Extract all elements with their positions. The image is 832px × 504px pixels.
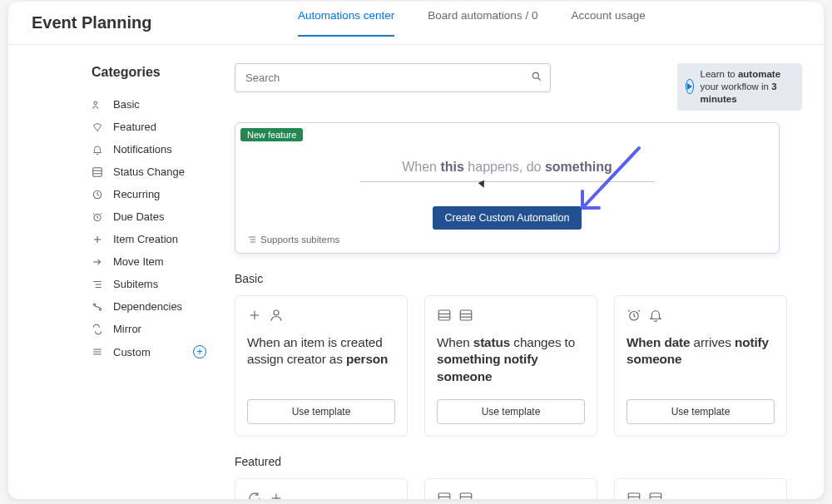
sidebar-label: Move Item: [113, 255, 164, 268]
alarm-icon: [92, 211, 103, 223]
sidebar-item-dependencies[interactable]: Dependencies: [92, 295, 216, 318]
sidebar-item-notifications[interactable]: Notifications: [92, 138, 216, 161]
template-card: When an item is created assign creator a…: [235, 295, 408, 437]
svg-rect-35: [438, 493, 450, 499]
svg-rect-41: [628, 493, 640, 499]
search-input[interactable]: [235, 63, 551, 92]
sidebar-item-mirror[interactable]: Mirror: [92, 318, 216, 340]
list-icon: [648, 491, 663, 499]
svg-point-12: [93, 303, 95, 304]
list-icon: [437, 308, 452, 323]
recurring-icon: [92, 189, 103, 200]
sidebar-item-due-dates[interactable]: Due Dates: [92, 205, 216, 228]
subitems-icon: [92, 279, 103, 290]
plus-icon: [92, 234, 103, 245]
template-card: [614, 478, 787, 499]
card-text: When an item is created assign creator a…: [247, 334, 395, 368]
sidebar-item-basic[interactable]: Basic: [92, 93, 216, 116]
section-title-featured: Featured: [235, 455, 802, 468]
tab-automations-center[interactable]: Automations center: [298, 9, 394, 37]
sidebar-label: Subitems: [113, 278, 158, 290]
sidebar-item-recurring[interactable]: Recurring: [92, 183, 216, 205]
sidebar-item-featured[interactable]: Featured: [92, 116, 216, 138]
tab-account-usage[interactable]: Account usage: [571, 9, 645, 37]
sidebar-item-status-change[interactable]: Status Change: [92, 161, 216, 183]
create-custom-automation-button[interactable]: Create Custom Automation: [433, 206, 581, 230]
custom-icon: [92, 346, 103, 358]
alarm-icon: [626, 308, 641, 323]
use-template-button[interactable]: Use template: [437, 399, 585, 424]
search-icon: [531, 71, 542, 82]
bell-icon: [92, 144, 103, 156]
sidebar-item-subitems[interactable]: Subitems: [92, 273, 216, 295]
svg-point-0: [94, 101, 97, 104]
sidebar-label: Status Change: [113, 166, 185, 178]
plus-icon: [247, 308, 262, 323]
use-template-button[interactable]: Use template: [247, 399, 395, 424]
dependencies-icon: [92, 301, 103, 313]
sidebar-heading: Categories: [92, 65, 216, 80]
hero-card: New feature When this happens, do someth…: [235, 122, 780, 254]
learn-banner[interactable]: Learn to automate your workflow in 3 min…: [677, 63, 802, 111]
svg-rect-26: [438, 310, 450, 320]
bell-icon: [648, 308, 663, 323]
list-icon: [437, 491, 452, 499]
sidebar-item-move-item[interactable]: Move Item: [92, 250, 216, 273]
template-card: [424, 478, 597, 499]
sidebar-item-custom[interactable]: Custom +: [92, 340, 216, 363]
svg-point-25: [274, 310, 279, 315]
sidebar-label: Dependencies: [113, 300, 182, 313]
supports-subitems-label: Supports subitems: [235, 235, 779, 245]
use-template-button[interactable]: Use template: [626, 399, 775, 424]
sidebar-label: Recurring: [113, 188, 160, 200]
add-custom-icon[interactable]: +: [193, 345, 206, 358]
play-icon: [686, 79, 694, 94]
template-card: When status changes to something notify …: [424, 295, 597, 437]
sidebar-label: Notifications: [113, 143, 172, 156]
sidebar-label: Custom: [113, 346, 151, 358]
plus-icon: [269, 491, 284, 499]
list-icon: [458, 491, 473, 499]
svg-rect-1: [93, 167, 102, 176]
learn-text: Learn to automate your workflow in 3 min…: [701, 68, 794, 106]
new-feature-badge: New feature: [240, 128, 303, 141]
sidebar-label: Featured: [113, 121, 156, 133]
sidebar-label: Item Creation: [113, 233, 178, 245]
arrow-right-icon: [92, 256, 103, 268]
svg-rect-44: [650, 493, 661, 499]
sidebar-label: Mirror: [113, 323, 141, 335]
sidebar-item-item-creation[interactable]: Item Creation: [92, 228, 216, 250]
hero-text: When this happens, do something: [235, 141, 779, 181]
card-text: When date arrives notify someone: [626, 334, 775, 368]
svg-rect-29: [460, 310, 472, 320]
list-icon: [626, 491, 641, 499]
sidebar-label: Due Dates: [113, 210, 164, 223]
template-card: [235, 478, 408, 499]
svg-rect-38: [460, 493, 472, 499]
sidebar-label: Basic: [113, 98, 140, 111]
template-card: When date arrives notify someone Use tem…: [614, 295, 787, 437]
tab-board-automations[interactable]: Board automations / 0: [428, 9, 537, 37]
svg-point-13: [99, 308, 101, 309]
section-title-basic: Basic: [235, 272, 802, 285]
list-icon: [458, 308, 473, 323]
recurring-icon: [247, 491, 262, 499]
person-icon: [269, 308, 284, 323]
diamond-icon: [92, 121, 103, 133]
page-title: Event Planning: [32, 13, 298, 32]
card-text: When status changes to something notify …: [437, 334, 585, 386]
svg-line-18: [538, 78, 541, 81]
svg-point-17: [532, 72, 538, 78]
mirror-icon: [92, 324, 103, 335]
basic-icon: [92, 99, 103, 111]
list-icon: [92, 166, 103, 178]
